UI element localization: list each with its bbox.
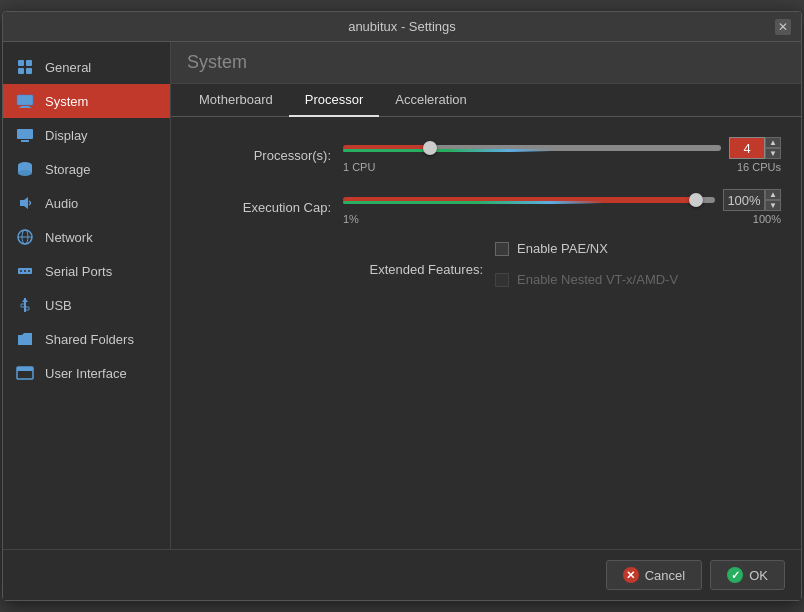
tab-acceleration-label: Acceleration — [395, 92, 467, 107]
execution-cap-range-labels: 1% 100% — [343, 213, 781, 225]
sidebar-label-general: General — [45, 60, 91, 75]
svg-point-18 — [24, 270, 26, 272]
tab-processor[interactable]: Processor — [289, 84, 380, 117]
sidebar-item-general[interactable]: General — [3, 50, 170, 84]
nested-checkbox[interactable] — [495, 273, 509, 287]
execution-cap-slider-row: 100% ▲ ▼ — [343, 189, 781, 211]
svg-rect-2 — [18, 68, 24, 74]
execution-cap-slider-wrapper[interactable] — [343, 190, 715, 210]
sidebar-item-shared-folders[interactable]: Shared Folders — [3, 322, 170, 356]
main-panel: System Motherboard Processor Acceleratio… — [171, 42, 801, 549]
processors-green-bar — [343, 149, 551, 152]
nested-row: Enable Nested VT-x/AMD-V — [495, 272, 678, 287]
sidebar-item-serial-ports[interactable]: Serial Ports — [3, 254, 170, 288]
display-icon — [15, 125, 35, 145]
storage-icon — [15, 159, 35, 179]
window-title: anubitux - Settings — [29, 19, 775, 34]
processors-range-labels: 1 CPU 16 CPUs — [343, 161, 781, 173]
sidebar-label-system: System — [45, 94, 88, 109]
execution-cap-label: Execution Cap: — [191, 200, 331, 215]
processors-value: 4 — [729, 137, 765, 159]
sidebar-label-audio: Audio — [45, 196, 78, 211]
ok-button[interactable]: ✓ OK — [710, 560, 785, 590]
cancel-label: Cancel — [645, 568, 685, 583]
processor-panel: Processor(s): 4 — [171, 117, 801, 549]
processors-slider-row: 4 ▲ ▼ — [343, 137, 781, 159]
execution-cap-spin-down[interactable]: ▼ — [765, 200, 781, 211]
sidebar-label-network: Network — [45, 230, 93, 245]
execution-cap-row: Execution Cap: 100% — [191, 189, 781, 225]
tab-acceleration[interactable]: Acceleration — [379, 84, 483, 117]
svg-marker-21 — [22, 298, 28, 302]
processors-spin-down[interactable]: ▼ — [765, 148, 781, 159]
execution-cap-green-bar — [343, 201, 603, 204]
extended-features-row: Extended Features: Enable PAE/NX Enable … — [343, 241, 781, 297]
usb-icon — [15, 295, 35, 315]
tab-processor-label: Processor — [305, 92, 364, 107]
processors-row: Processor(s): 4 — [191, 137, 781, 173]
svg-rect-8 — [21, 140, 29, 142]
execution-cap-value: 100% — [723, 189, 765, 211]
sidebar-label-user-interface: User Interface — [45, 366, 127, 381]
execution-cap-slider-container: 100% ▲ ▼ 1% 100% — [343, 189, 781, 225]
execution-cap-min-label: 1% — [343, 213, 359, 225]
audio-icon — [15, 193, 35, 213]
cancel-icon: ✕ — [623, 567, 639, 583]
svg-point-17 — [20, 270, 22, 272]
execution-cap-spin-buttons: ▲ ▼ — [765, 189, 781, 211]
sidebar-item-system[interactable]: System — [3, 84, 170, 118]
sidebar-label-usb: USB — [45, 298, 72, 313]
execution-cap-track — [343, 197, 715, 203]
processors-track — [343, 145, 721, 151]
extended-features-header: Extended Features: Enable PAE/NX Enable … — [343, 241, 678, 297]
sidebar-label-shared-folders: Shared Folders — [45, 332, 134, 347]
tab-motherboard[interactable]: Motherboard — [183, 84, 289, 117]
extended-features-label: Extended Features: — [343, 262, 483, 277]
footer: ✕ Cancel ✓ OK — [3, 549, 801, 600]
nested-label: Enable Nested VT-x/AMD-V — [517, 272, 678, 287]
content-area: General System — [3, 42, 801, 549]
sidebar-label-serial-ports: Serial Ports — [45, 264, 112, 279]
shared-folders-icon — [15, 329, 35, 349]
execution-cap-spin-up[interactable]: ▲ — [765, 189, 781, 200]
sidebar-item-usb[interactable]: USB — [3, 288, 170, 322]
processors-spin-buttons: ▲ ▼ — [765, 137, 781, 159]
svg-point-11 — [18, 170, 32, 176]
cancel-button[interactable]: ✕ Cancel — [606, 560, 702, 590]
sidebar-item-storage[interactable]: Storage — [3, 152, 170, 186]
paenx-label: Enable PAE/NX — [517, 241, 608, 256]
processors-spinbox: 4 ▲ ▼ — [729, 137, 781, 159]
svg-rect-3 — [26, 68, 32, 74]
svg-point-19 — [28, 270, 30, 272]
sidebar-item-audio[interactable]: Audio — [3, 186, 170, 220]
close-button[interactable]: ✕ — [775, 19, 791, 35]
execution-cap-max-label: 100% — [753, 213, 781, 225]
tab-motherboard-label: Motherboard — [199, 92, 273, 107]
settings-window: anubitux - Settings ✕ General — [2, 11, 802, 601]
processors-thumb[interactable] — [423, 141, 437, 155]
sidebar-label-storage: Storage — [45, 162, 91, 177]
svg-rect-6 — [19, 107, 31, 108]
network-icon — [15, 227, 35, 247]
processors-slider-wrapper[interactable] — [343, 138, 721, 158]
serial-ports-icon — [15, 261, 35, 281]
svg-rect-1 — [26, 60, 32, 66]
svg-rect-0 — [18, 60, 24, 66]
svg-rect-4 — [17, 95, 33, 105]
svg-rect-7 — [17, 129, 33, 139]
sidebar-item-user-interface[interactable]: User Interface — [3, 356, 170, 390]
paenx-checkbox[interactable] — [495, 242, 509, 256]
processors-spin-up[interactable]: ▲ — [765, 137, 781, 148]
titlebar: anubitux - Settings ✕ — [3, 12, 801, 42]
svg-rect-25 — [17, 367, 33, 371]
sidebar: General System — [3, 42, 171, 549]
processors-slider-container: 4 ▲ ▼ 1 CPU 16 CPUs — [343, 137, 781, 173]
ok-label: OK — [749, 568, 768, 583]
processors-label: Processor(s): — [191, 148, 331, 163]
sidebar-item-display[interactable]: Display — [3, 118, 170, 152]
ok-icon: ✓ — [727, 567, 743, 583]
execution-cap-thumb[interactable] — [689, 193, 703, 207]
general-icon — [15, 57, 35, 77]
execution-cap-spinbox: 100% ▲ ▼ — [723, 189, 781, 211]
sidebar-item-network[interactable]: Network — [3, 220, 170, 254]
